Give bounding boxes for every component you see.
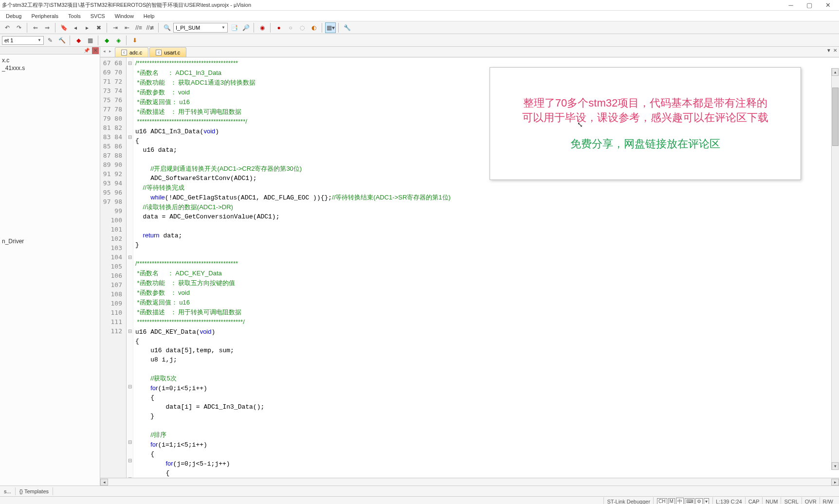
target-options-icon[interactable]: 🔨 xyxy=(56,35,67,46)
tab-adc[interactable]: c adc.c xyxy=(115,47,148,57)
close-button[interactable]: ✕ xyxy=(819,0,837,10)
main-area: 📌 ✕ x.c _41xxx.s n_Driver ◂ ▸ c adc.c c … xyxy=(0,47,839,486)
bookmark-toggle-icon[interactable]: 🔖 xyxy=(58,22,69,33)
scroll-track[interactable] xyxy=(108,479,831,486)
vertical-scrollbar[interactable]: ▴ ▾ xyxy=(831,68,839,470)
tab-close-icon[interactable]: ✕ xyxy=(833,48,837,53)
build-icon[interactable]: ◆ xyxy=(101,35,112,46)
tab-label: usart.c xyxy=(164,50,180,55)
minimize-button[interactable]: ─ xyxy=(782,0,800,10)
scroll-right-icon[interactable]: ▸ xyxy=(831,479,839,486)
uncomment-icon[interactable]: //≢ xyxy=(145,22,156,33)
status-position: L:139 C:24 xyxy=(712,497,745,504)
manage-icon[interactable]: ▦ xyxy=(85,35,95,46)
scroll-left-icon[interactable]: ◂ xyxy=(100,479,108,486)
menu-window[interactable]: Window xyxy=(110,12,139,20)
status-ime: CH M 中 ⌨ ⚙ ▾ xyxy=(653,497,712,504)
nav-fwd-icon[interactable]: ⇒ xyxy=(42,22,53,33)
menu-tools[interactable]: Tools xyxy=(63,12,86,20)
tree-spacer xyxy=(2,72,98,237)
configure-icon[interactable]: 🔧 xyxy=(342,22,352,33)
breakpoint-insert-icon[interactable]: ● xyxy=(274,22,284,33)
bookmark-clear-icon[interactable]: ✖ xyxy=(93,22,104,33)
code-editor[interactable]: 67 68 69 70 71 72 73 74 75 76 77 78 79 8… xyxy=(100,57,839,478)
outdent-icon[interactable]: ⇤ xyxy=(122,22,132,33)
toolbar-build: et 1▼ ✎ 🔨 ◆ ▦ ◆ ◈ ⬇ xyxy=(0,34,839,47)
find-icon[interactable]: 🔍 xyxy=(162,22,172,33)
scroll-thumb[interactable] xyxy=(832,88,839,146)
menu-svcs[interactable]: SVCS xyxy=(86,12,110,20)
editor-tabbar: ◂ ▸ c adc.c c usart.c ▼ ✕ xyxy=(100,47,839,57)
file-ext-icon[interactable]: ◆ xyxy=(73,35,84,46)
project-tree[interactable]: x.c _41xxx.s n_Driver xyxy=(0,54,100,247)
file-icon: c xyxy=(156,50,162,55)
pane-header: 📌 ✕ xyxy=(0,47,100,54)
toolbar-main: ↶ ↷ ⇐ ⇒ 🔖 ◂ ▸ ✖ ⇥ ⇤ //≡ //≢ 🔍 I_PI_SUM▼ … xyxy=(0,21,839,34)
menu-peripherals[interactable]: Peripherals xyxy=(26,12,63,20)
incremental-find-icon[interactable]: 🔎 xyxy=(240,22,251,33)
menu-debug[interactable]: Debug xyxy=(1,12,26,20)
tab-usart[interactable]: c usart.c xyxy=(149,47,186,57)
tree-item[interactable]: x.c xyxy=(2,56,98,64)
line-gutter: 67 68 69 70 71 72 73 74 75 76 77 78 79 8… xyxy=(100,57,127,478)
download-icon[interactable]: ⬇ xyxy=(129,35,140,46)
indent-icon[interactable]: ⇥ xyxy=(110,22,121,33)
overlay-line1: 整理了70多个stm32项目，代码基本都是带有注释的 xyxy=(523,96,767,110)
pane-close-icon[interactable]: ✕ xyxy=(92,47,99,54)
menu-bar: Debug Peripherals Tools SVCS Window Help xyxy=(0,11,839,21)
breakpoint-kill-icon[interactable]: ◐ xyxy=(309,22,319,33)
debug-start-icon[interactable]: ◉ xyxy=(257,22,268,33)
undo-icon[interactable]: ↶ xyxy=(2,22,13,33)
comment-icon[interactable]: //≡ xyxy=(133,22,144,33)
tree-item[interactable]: _41xxx.s xyxy=(2,64,98,72)
maximize-button[interactable]: ▢ xyxy=(800,0,819,10)
title-bar: 多个stm32工程学习\STM32项目\基于STM32和FREEROTOS的智能… xyxy=(0,0,839,11)
bottom-tabbar: s... {} Templates xyxy=(0,486,839,496)
scroll-down-icon[interactable]: ▾ xyxy=(832,462,839,470)
breakpoint-disable-icon[interactable]: ◌ xyxy=(297,22,308,33)
tab-label: adc.c xyxy=(129,50,142,55)
tree-item[interactable]: n_Driver xyxy=(2,237,98,245)
overlay-note: 整理了70多个stm32项目，代码基本都是带有注释的 可以用于毕设，课设参考，感… xyxy=(490,67,801,180)
fold-column[interactable]: ⊟ ⊟ ⊟⊟⊟⊟⊟⊟ xyxy=(127,57,133,478)
window-layout-icon[interactable]: ▦▾ xyxy=(325,22,336,33)
menu-help[interactable]: Help xyxy=(139,12,160,20)
pin-icon[interactable]: 📌 xyxy=(82,48,91,53)
file-icon: c xyxy=(121,50,127,55)
status-debugger: ST-Link Debugger xyxy=(603,497,653,504)
rebuild-icon[interactable]: ◈ xyxy=(113,35,124,46)
options-icon[interactable]: ✎ xyxy=(45,35,55,46)
tab-list-icon[interactable]: ▼ xyxy=(826,48,831,53)
status-ovr: OVR xyxy=(802,497,820,504)
breakpoint-enable-icon[interactable]: ○ xyxy=(285,22,296,33)
bottom-tab-s[interactable]: s... xyxy=(0,487,16,495)
window-title: 多个stm32工程学习\STM32项目\基于STM32和FREEROTOS的智能… xyxy=(2,1,782,9)
nav-back-icon[interactable]: ⇐ xyxy=(30,22,41,33)
bottom-tab-templates[interactable]: {} Templates xyxy=(16,487,53,495)
overlay-line2: 可以用于毕设，课设参考，感兴趣可以在评论区下载 xyxy=(522,110,768,125)
horizontal-scrollbar[interactable]: ◂ ▸ xyxy=(100,478,839,486)
target-select[interactable]: et 1▼ xyxy=(2,36,44,45)
status-bar: ST-Link Debugger CH M 中 ⌨ ⚙ ▾ L:139 C:24… xyxy=(0,496,839,504)
tab-nav-left-icon[interactable]: ◂ xyxy=(101,48,107,54)
status-cap: CAP xyxy=(745,497,763,504)
status-scrl: SCRL xyxy=(781,497,801,504)
editor-area: ◂ ▸ c adc.c c usart.c ▼ ✕ 67 68 69 70 71… xyxy=(100,47,839,486)
scroll-up-icon[interactable]: ▴ xyxy=(832,68,839,76)
redo-icon[interactable]: ↷ xyxy=(14,22,24,33)
tab-nav-right-icon[interactable]: ▸ xyxy=(107,48,113,54)
status-num: NUM xyxy=(762,497,781,504)
project-pane: 📌 ✕ x.c _41xxx.s n_Driver xyxy=(0,47,100,486)
find-in-files-icon[interactable]: 📑 xyxy=(229,22,239,33)
status-rw: R/W xyxy=(820,497,836,504)
bookmark-prev-icon[interactable]: ◂ xyxy=(70,22,81,33)
overlay-line3: 免费分享，网盘链接放在评论区 xyxy=(570,137,720,151)
bookmark-next-icon[interactable]: ▸ xyxy=(82,22,92,33)
find-combo[interactable]: I_PI_SUM▼ xyxy=(173,23,228,33)
